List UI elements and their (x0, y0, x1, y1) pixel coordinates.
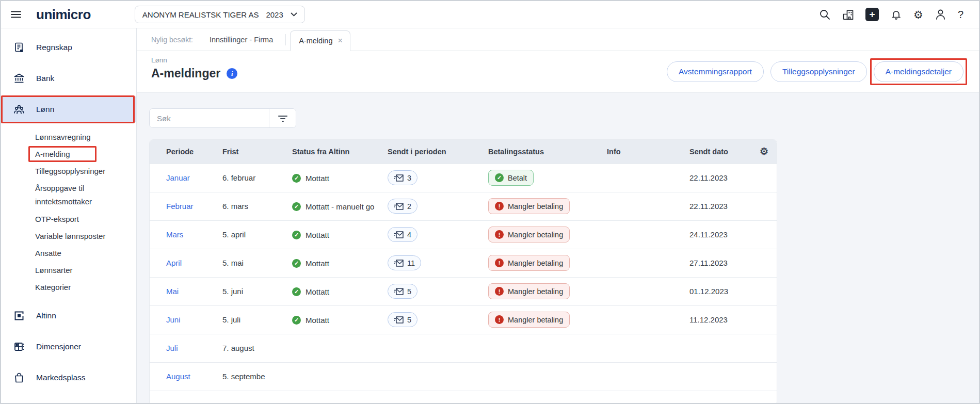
sidebar-item-label: Bank (36, 74, 54, 83)
frist-cell: 7. august (214, 334, 284, 362)
sent-mail-icon (394, 288, 404, 295)
payment-status-badge: ✓Betalt (488, 170, 534, 186)
sidebar-item-bank[interactable]: Bank (1, 66, 136, 91)
sidebar-item-regnskap[interactable]: Regnskap (1, 35, 136, 60)
title-block: Lønn A-meldinger i (151, 56, 237, 80)
status-received-icon: ✓ (292, 287, 301, 296)
tab-innstillinger-firma[interactable]: Innstillinger - Firma (210, 34, 286, 45)
sidebar-subitem-otp-eksport[interactable]: OTP-eksport (1, 211, 136, 228)
status-received-icon: ✓ (292, 259, 301, 268)
status-cell: ✓Mottatt - manuelt go (284, 192, 379, 220)
period-link[interactable]: Juli (166, 344, 178, 352)
profile-user-icon[interactable] (935, 9, 946, 21)
sidebar-item-altinn[interactable]: Altinn (1, 303, 136, 329)
sidebar-item-lonn[interactable]: Lønn (1, 96, 136, 122)
sidebar-item-label: Markedsplass (36, 373, 86, 382)
shopping-bag-icon (13, 372, 25, 383)
info-cell (599, 277, 681, 305)
table-row-mai[interactable]: Mai 5. juni ✓Mottatt 5 !Mangler betaling… (150, 277, 777, 305)
period-link[interactable]: Januar (166, 173, 190, 182)
content-area: Periode Frist Status fra Altinn Sendt i … (137, 92, 979, 403)
status-cell: ✓Mottatt (284, 220, 379, 249)
search-icon[interactable] (819, 9, 831, 21)
empty-cell (759, 249, 777, 277)
payment-status-badge: !Mangler betaling (488, 283, 570, 299)
period-link[interactable]: Februar (166, 202, 194, 211)
gear-glyph: ⚙ (913, 9, 923, 20)
sidebar-subitem-tilleggsopplysninger[interactable]: Tilleggsopplysninger (1, 163, 136, 180)
filter-icon[interactable] (269, 109, 296, 127)
status-cell (284, 362, 379, 391)
sent-cell: 5 (379, 277, 480, 305)
sidebar-subitem-arsoppgave[interactable]: Årsoppgave til inntektsmottaker (1, 180, 112, 211)
table-row-juli[interactable]: Juli 7. august (150, 334, 777, 362)
a-meldingsdetaljer-button[interactable]: A-meldingsdetaljer (874, 61, 963, 82)
empty-cell (759, 192, 777, 220)
col-header-sendt-dato: Sendt dato (681, 140, 759, 164)
page-header: Lønn A-meldinger i Avstemmingsrapport Ti… (137, 51, 979, 92)
sent-cell: 2 (379, 192, 480, 220)
company-building-icon[interactable] (842, 9, 854, 21)
payment-cell: !Mangler betaling (480, 220, 599, 249)
sent-date-cell (681, 362, 759, 391)
sidebar-item-label: Altinn (36, 311, 56, 320)
tilleggsopplysninger-button[interactable]: Tilleggsopplysninger (770, 61, 867, 82)
avstemmingsrapport-button[interactable]: Avstemmingsrapport (667, 61, 764, 82)
topbar-left: unimicro ANONYM REALISTSK TIGER AS 2023 (9, 6, 305, 23)
column-settings-gear-icon[interactable]: ⚙ (759, 140, 777, 164)
frist-cell: 5. april (214, 220, 284, 249)
sidebar-subitem-lonnsavregning[interactable]: Lønnsavregning (1, 128, 136, 146)
topbar: unimicro ANONYM REALISTSK TIGER AS 2023 … (1, 1, 979, 28)
period-link[interactable]: Mars (166, 230, 183, 239)
info-icon[interactable]: i (227, 68, 237, 79)
company-selector[interactable]: ANONYM REALISTSK TIGER AS 2023 (135, 6, 305, 23)
sent-date-cell: 01.12.2023 (681, 277, 759, 305)
tab-a-melding[interactable]: A-melding × (290, 30, 350, 51)
table-row-februar[interactable]: Februar 6. mars ✓Mottatt - manuelt go 2 … (150, 192, 777, 220)
search-widget (149, 108, 296, 128)
help-icon[interactable]: ? (958, 9, 963, 21)
sent-count-pill: 5 (388, 284, 417, 299)
close-icon[interactable]: × (338, 36, 342, 45)
info-cell (599, 305, 681, 334)
period-link[interactable]: August (166, 372, 190, 381)
table-row-januar[interactable]: Januar 6. februar ✓Mottatt 3 ✓Betalt 22.… (150, 164, 777, 192)
status-received-icon: ✓ (292, 231, 301, 239)
payment-cell: !Mangler betaling (480, 305, 599, 334)
ledger-icon (13, 42, 25, 53)
period-link[interactable]: Mai (166, 287, 179, 296)
period-link[interactable]: April (166, 258, 182, 267)
notifications-bell-icon[interactable] (890, 9, 902, 21)
tab-label: A-melding (299, 37, 332, 45)
info-cell (599, 249, 681, 277)
sidebar-subitem-a-melding[interactable]: A-melding (1, 146, 136, 163)
missing-payment-icon: ! (495, 315, 504, 324)
hamburger-menu-icon[interactable] (9, 8, 23, 21)
sidebar-subitem-kategorier[interactable]: Kategorier (1, 279, 136, 296)
paid-check-icon: ✓ (495, 173, 504, 182)
main-area: Nylig besøkt: Innstillinger - Firma A-me… (137, 28, 979, 403)
app-window: unimicro ANONYM REALISTSK TIGER AS 2023 … (0, 0, 980, 404)
table-row-mars[interactable]: Mars 5. april ✓Mottatt 4 !Mangler betali… (150, 220, 777, 249)
sent-count-pill: 3 (388, 170, 417, 185)
table-row-august[interactable]: August 5. septembe (150, 362, 777, 391)
sidebar-subitem-variable-lonnsposter[interactable]: Variable lønnsposter (1, 228, 136, 245)
period-link[interactable]: Juni (166, 315, 181, 324)
search-input[interactable] (150, 109, 269, 127)
header-actions: Avstemmingsrapport Tilleggsopplysninger … (667, 61, 963, 82)
lonn-submenu: Lønnsavregning A-melding Tilleggsopplysn… (1, 127, 136, 299)
payment-cell (480, 334, 599, 362)
frist-cell: 6. mars (214, 192, 284, 220)
sidebar-subitem-lonnsarter[interactable]: Lønnsarter (1, 262, 136, 279)
sidebar-subitem-ansatte[interactable]: Ansatte (1, 245, 136, 262)
sidebar-item-markedsplass[interactable]: Markedsplass (1, 365, 136, 391)
table-row-april[interactable]: April 5. mai ✓Mottatt 11 !Mangler betali… (150, 249, 777, 277)
sidebar-item-dimensjoner[interactable]: Dimensjoner (1, 334, 136, 360)
tab-bar: Nylig besøkt: Innstillinger - Firma A-me… (137, 28, 979, 51)
sent-mail-icon (394, 203, 404, 210)
table-row-juni[interactable]: Juni 5. juli ✓Mottatt 5 !Mangler betalin… (150, 305, 777, 334)
status-received-icon: ✓ (292, 174, 301, 183)
settings-gear-icon[interactable]: ⚙ (913, 9, 923, 20)
add-new-icon[interactable]: + (865, 8, 879, 21)
missing-payment-icon: ! (495, 287, 504, 296)
